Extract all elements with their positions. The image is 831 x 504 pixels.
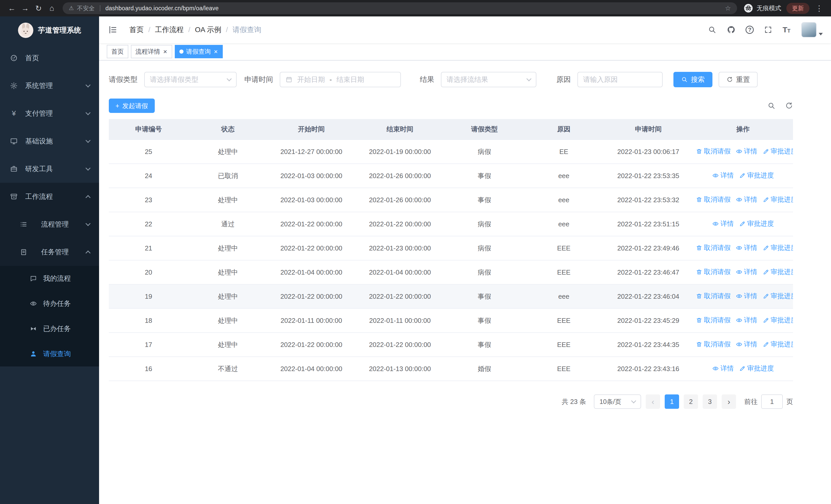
apply-time-range-picker[interactable]: 开始日期 - 结束日期 [280,72,401,87]
pagination-total: 共 23 条 [562,397,586,406]
browser-menu-button[interactable]: ⋮ [812,2,826,15]
sidebar-item-dev-tools[interactable]: 研发工具 [0,155,99,183]
detail-link[interactable]: 详情 [712,171,734,180]
approval-progress-link[interactable]: 审批进度 [739,171,774,180]
browser-back-button[interactable]: ← [5,2,19,15]
refresh-icon[interactable] [785,101,793,110]
detail-link[interactable]: 详情 [736,243,757,252]
table-row: 24已取消 2022-01-03 00:00:002022-01-26 00:0… [109,164,793,188]
detail-link[interactable]: 详情 [712,364,734,373]
approval-progress-link[interactable]: 审批进度 [763,292,793,300]
table-row: 17处理中 2022-01-22 00:00:002022-01-22 00:0… [109,333,793,357]
security-label[interactable]: 不安全 [77,4,95,12]
detail-link[interactable]: 详情 [736,147,757,156]
cancel-leave-link[interactable]: 取消请假 [696,292,730,300]
github-icon[interactable] [726,25,736,34]
approval-progress-link[interactable]: 审批进度 [763,195,793,204]
approval-progress-link[interactable]: 审批进度 [763,316,793,325]
sidebar-item-system-mgmt[interactable]: 系统管理 [0,72,99,99]
close-icon[interactable]: × [163,48,168,55]
edit-icon [763,196,769,203]
detail-link[interactable]: 详情 [736,340,757,349]
sidebar-toggle-button[interactable] [108,25,118,35]
browser-home-button[interactable]: ⌂ [45,2,58,15]
chevron-down-icon [85,82,91,88]
yen-icon: ¥ [10,109,18,118]
bookmark-star-icon[interactable]: ☆ [725,4,731,12]
prev-page-button[interactable]: ‹ [646,394,660,409]
reset-button[interactable]: 重置 [719,72,757,87]
avatar[interactable] [801,22,816,37]
address-bar[interactable]: ⚠ 不安全 dashboard.yudao.iocoder.cn/bpm/oa/… [63,2,737,14]
approval-progress-link[interactable]: 审批进度 [763,243,793,252]
sidebar-item-task-mgmt[interactable]: 任务管理 [0,238,99,266]
cancel-leave-link[interactable]: 取消请假 [696,243,730,252]
tab-leave-query[interactable]: 请假查询 × [175,45,223,58]
user-menu[interactable] [801,22,823,37]
sidebar-item-todo-tasks[interactable]: 待办任务 [0,291,99,316]
cancel-leave-link[interactable]: 取消请假 [696,147,730,156]
approval-progress-link[interactable]: 审批进度 [739,219,774,228]
search-button[interactable]: 搜索 [674,72,712,87]
cancel-leave-link[interactable]: 取消请假 [696,340,730,349]
cancel-leave-link[interactable]: 取消请假 [696,267,730,276]
sidebar-item-leave-query[interactable]: 请假查询 [0,341,99,366]
range-separator: - [329,76,332,84]
tab-process-detail[interactable]: 流程详情 × [131,45,172,58]
next-page-button[interactable]: › [722,394,736,409]
approval-progress-link[interactable]: 审批进度 [763,267,793,276]
eye-icon [736,196,742,203]
result-select[interactable]: 请选择流结果 [441,72,536,87]
page-button-2[interactable]: 2 [684,394,698,409]
browser-reload-button[interactable]: ↻ [32,2,45,15]
toggle-search-icon[interactable] [767,101,776,110]
breadcrumb-separator: / [226,26,228,34]
search-icon[interactable] [708,25,717,34]
fullscreen-icon[interactable] [764,25,773,34]
approval-progress-link[interactable]: 审批进度 [763,147,793,156]
filter-form: 请假类型 请选择请假类型 申请时间 开始日期 - 结束日期 [109,72,793,87]
page-button-3[interactable]: 3 [703,394,717,409]
page-button-1[interactable]: 1 [665,394,679,409]
tab-home[interactable]: 首页 [107,45,128,58]
help-icon[interactable]: ? [746,26,754,34]
sidebar-item-payment-mgmt[interactable]: ¥ 支付管理 [0,99,99,127]
page-size-select[interactable]: 10条/页 [594,394,641,409]
detail-link[interactable]: 详情 [736,316,757,325]
sidebar-item-done-tasks[interactable]: 已办任务 [0,316,99,341]
detail-link[interactable]: 详情 [736,267,757,276]
table-row: 21处理中 2022-01-22 00:00:002022-01-23 00:0… [109,236,793,260]
security-warning-icon: ⚠ [69,5,74,11]
sidebar-item-label: 流程管理 [41,220,69,229]
reason-input[interactable] [577,72,663,87]
page-unit-label: 页 [786,397,793,406]
sidebar-item-home[interactable]: 首页 [0,44,99,72]
goto-page-input[interactable] [761,394,783,409]
sidebar-item-label: 已办任务 [43,324,71,333]
workflow-icon [10,192,18,201]
leave-type-select[interactable]: 请选择请假类型 [144,72,237,87]
font-size-icon[interactable]: TT [782,26,791,34]
delete-icon [696,317,703,324]
cancel-leave-link[interactable]: 取消请假 [696,195,730,204]
browser-forward-button[interactable]: → [19,2,32,15]
approval-progress-link[interactable]: 审批进度 [739,364,774,373]
detail-link[interactable]: 详情 [736,195,757,204]
app-logo[interactable]: 芋道管理系统 [0,17,99,44]
detail-link[interactable]: 详情 [736,292,757,300]
approval-progress-link[interactable]: 审批进度 [763,340,793,349]
breadcrumb-workflow[interactable]: 工作流程 [155,25,184,35]
close-icon[interactable]: × [213,48,218,55]
browser-update-button[interactable]: 更新 [786,3,809,14]
breadcrumb-oa-example[interactable]: OA 示例 [195,25,222,35]
detail-link[interactable]: 详情 [712,219,734,228]
apply-time-label: 申请时间 [244,75,273,84]
sidebar-item-process-mgmt[interactable]: 流程管理 [0,210,99,238]
sidebar-item-infrastructure[interactable]: 基础设施 [0,127,99,155]
breadcrumb-home[interactable]: 首页 [130,25,144,35]
sidebar-item-workflow[interactable]: 工作流程 [0,183,99,210]
tags-view: 首页 流程详情 × 请假查询 × [99,43,831,61]
cancel-leave-link[interactable]: 取消请假 [696,316,730,325]
create-leave-button[interactable]: + 发起请假 [109,98,155,113]
sidebar-item-my-process[interactable]: 我的流程 [0,266,99,291]
